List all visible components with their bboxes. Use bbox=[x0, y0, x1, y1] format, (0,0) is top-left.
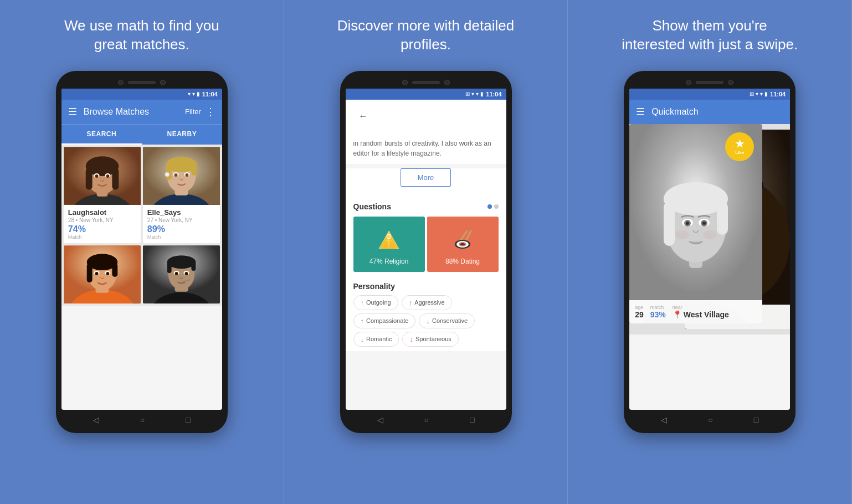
back-btn-1[interactable]: ◁ bbox=[93, 415, 99, 424]
phone-3-camera2 bbox=[728, 80, 733, 85]
battery-icon: ▮ bbox=[197, 91, 200, 97]
questions-pagination bbox=[487, 204, 499, 209]
question-dating[interactable]: 88% Dating bbox=[427, 217, 499, 272]
filter-label-1[interactable]: Filter bbox=[185, 107, 201, 116]
avatar-laughsalot bbox=[64, 147, 141, 205]
question-religion[interactable]: 47% Religion bbox=[353, 217, 425, 272]
phone-1-speaker bbox=[128, 81, 156, 84]
status-icons-2: ⊞ ▾ ▾ ▮ bbox=[465, 91, 484, 97]
front-age-val: 29 bbox=[635, 310, 644, 319]
tabs-bar-1: SEARCH NEARBY bbox=[61, 124, 222, 145]
hamburger-icon-1[interactable]: ☰ bbox=[68, 106, 77, 118]
match-card-1[interactable]: Elle_Says 27 • New York, NY 89% Match bbox=[143, 147, 220, 243]
tab-nearby[interactable]: NEARBY bbox=[142, 125, 222, 145]
down-arrow-spontaneous: ↓ bbox=[409, 335, 413, 343]
questions-header: Questions bbox=[346, 197, 506, 214]
home-btn-1[interactable]: ○ bbox=[140, 415, 145, 424]
card-face[interactable]: ★ Like age 29 match 93% bbox=[629, 124, 762, 323]
like-label: Like bbox=[735, 150, 744, 155]
status-time-3: 11:04 bbox=[770, 91, 786, 97]
avatar-elle bbox=[143, 147, 220, 205]
match-card-2[interactable] bbox=[64, 245, 141, 304]
card-face-info: age 29 match 93% near 📍 bbox=[629, 300, 762, 323]
square-btn-2[interactable]: □ bbox=[470, 415, 474, 424]
match-info-1: Elle_Says 27 • New York, NY 89% Match bbox=[143, 205, 220, 243]
svg-point-57 bbox=[460, 243, 465, 245]
copy-icon: ⊞ bbox=[465, 91, 470, 97]
square-btn-1[interactable]: □ bbox=[186, 415, 190, 424]
phone-2-camera2 bbox=[444, 80, 450, 85]
religion-icon bbox=[378, 230, 400, 254]
square-btn-3[interactable]: □ bbox=[754, 415, 758, 424]
matches-grid: Laughsalot 28 • New York, NY 74% Match bbox=[61, 145, 222, 306]
wifi-icon: ▾ bbox=[188, 91, 191, 97]
svg-point-18 bbox=[165, 172, 170, 177]
svg-rect-29 bbox=[112, 263, 117, 277]
tab-search[interactable]: SEARCH bbox=[61, 125, 142, 145]
phone-1-camera2 bbox=[160, 80, 166, 85]
more-button[interactable]: More bbox=[401, 168, 451, 187]
wifi-icon-2: ▾ bbox=[471, 91, 474, 97]
svg-point-33 bbox=[106, 272, 109, 275]
questions-grid: 47% Religion bbox=[346, 214, 506, 277]
panel-2-title: Discover more with detailed profiles. bbox=[337, 17, 515, 54]
match-location-1: 27 • New York, NY bbox=[147, 217, 215, 223]
app-bar-3: ☰ Quickmatch bbox=[629, 100, 790, 124]
phone-2-bottom: ◁ ○ □ bbox=[346, 415, 506, 424]
svg-point-78 bbox=[702, 222, 706, 225]
up-arrow-compassionate: ↑ bbox=[361, 317, 365, 325]
match-percent-1: 89% bbox=[147, 224, 215, 234]
status-time-1: 11:04 bbox=[202, 91, 218, 97]
more-btn-wrapper: More bbox=[346, 168, 506, 197]
trait-outgoing: ↑ Outgoing bbox=[353, 295, 398, 310]
svg-point-21 bbox=[174, 173, 177, 177]
match-card-0[interactable]: Laughsalot 28 • New York, NY 74% Match bbox=[64, 147, 141, 243]
svg-point-32 bbox=[95, 272, 98, 275]
hamburger-icon-3[interactable]: ☰ bbox=[636, 106, 645, 118]
home-btn-3[interactable]: ○ bbox=[708, 415, 712, 424]
svg-point-10 bbox=[106, 174, 109, 178]
profile-bio: in random bursts of creativity. I also w… bbox=[346, 133, 506, 164]
match-label-0: Match bbox=[68, 234, 136, 240]
trait-romantic-label: Romantic bbox=[366, 336, 392, 342]
personality-tags: ↑ Outgoing ↑ Aggressive ↑ Compassionate … bbox=[353, 295, 499, 347]
svg-point-80 bbox=[703, 230, 716, 239]
wifi-icon-3: ▾ bbox=[756, 91, 758, 97]
phone-1-camera bbox=[118, 80, 124, 85]
phone-3-camera bbox=[686, 80, 691, 85]
back-btn-3[interactable]: ◁ bbox=[661, 415, 667, 424]
up-arrow-aggressive: ↑ bbox=[409, 299, 413, 307]
location-pin-icon: 📍 bbox=[673, 310, 682, 319]
svg-rect-17 bbox=[191, 164, 197, 176]
quickmatch-cards[interactable]: age match near 25 77% Fla bbox=[629, 124, 790, 335]
phone-1-bottom: ◁ ○ □ bbox=[61, 415, 222, 424]
svg-point-49 bbox=[387, 234, 391, 239]
app-bar-title-3: Quickmatch bbox=[651, 107, 783, 117]
status-bar-1: ▾ ▾ ▮ 11:04 bbox=[61, 89, 222, 100]
front-near-val: 📍 West Village bbox=[673, 312, 729, 318]
phone-3-bottom: ◁ ○ □ bbox=[629, 415, 790, 424]
match-name-0: Laughsalot bbox=[68, 208, 136, 217]
phone-3-screen: ⊞ ▾ ▾ ▮ 11:04 ☰ Quickmatch bbox=[629, 89, 790, 410]
svg-rect-72 bbox=[717, 202, 728, 235]
signal-icon: ▾ bbox=[192, 91, 195, 97]
like-badge[interactable]: ★ Like bbox=[725, 132, 754, 161]
religion-label: 47% Religion bbox=[369, 258, 409, 265]
match-card-3[interactable] bbox=[143, 245, 220, 304]
status-time-2: 11:04 bbox=[486, 91, 501, 97]
panel-quickmatch: Show them you're interested with just a … bbox=[568, 0, 852, 504]
match-location-0: 28 • New York, NY bbox=[68, 217, 136, 223]
status-icons-3: ⊞ ▾ ▾ ▮ bbox=[750, 91, 768, 97]
status-bar-3: ⊞ ▾ ▾ ▮ 11:04 bbox=[629, 89, 790, 100]
back-button-profile[interactable]: ← bbox=[353, 106, 373, 126]
signal-icon-2: ▾ bbox=[476, 91, 479, 97]
front-match-label: match bbox=[650, 305, 666, 310]
phone-2-top bbox=[346, 80, 506, 85]
trait-compassionate-label: Compassionate bbox=[366, 317, 408, 324]
match-percent-0: 74% bbox=[68, 224, 136, 234]
front-match-val: 93% bbox=[650, 310, 666, 319]
avatar-4 bbox=[143, 245, 220, 304]
more-icon-1[interactable]: ⋮ bbox=[206, 106, 215, 118]
home-btn-2[interactable]: ○ bbox=[424, 415, 429, 424]
back-btn-2[interactable]: ◁ bbox=[377, 415, 383, 424]
